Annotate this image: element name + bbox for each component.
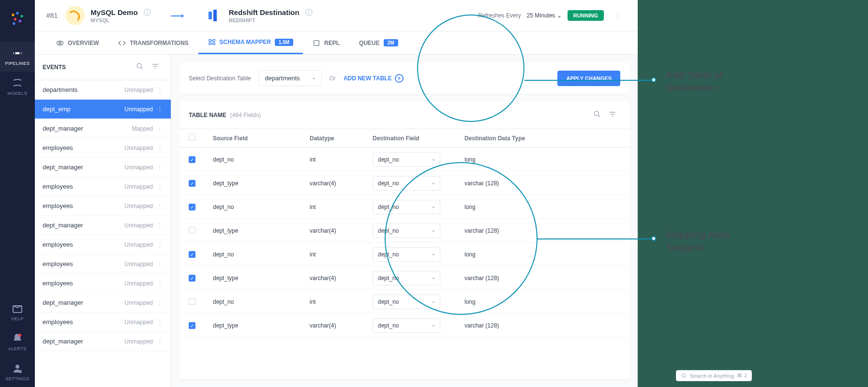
dest-title: Redshift Destination — [229, 8, 299, 16]
global-search[interactable]: Search in Anything ⌘ J — [676, 370, 752, 381]
dest-table-select[interactable]: departments — [259, 70, 322, 86]
destination-field-select[interactable]: dept_no — [373, 318, 440, 333]
row-checkbox[interactable]: ✓ — [189, 322, 195, 329]
event-status: Unmapped — [124, 106, 153, 113]
plus-icon: + — [395, 74, 404, 83]
source-field: dept_type — [213, 180, 310, 187]
svg-point-8 — [19, 52, 21, 54]
nav-settings[interactable]: SETTINGS — [0, 357, 35, 387]
row-checkbox[interactable]: ✓ — [189, 251, 195, 258]
svg-point-4 — [19, 20, 21, 22]
col-datatype: Datatype — [310, 135, 373, 142]
event-menu-icon[interactable]: ⋮ — [157, 338, 163, 345]
tab-label: QUEUE — [359, 40, 380, 46]
svg-rect-20 — [209, 43, 211, 45]
search-icon[interactable] — [589, 108, 605, 122]
filter-icon[interactable] — [605, 108, 620, 122]
event-item[interactable]: employeesUnmapped⋮ — [35, 138, 171, 158]
svg-point-1 — [16, 12, 18, 15]
table-row: ✓ dept_no int dept_no long — [179, 148, 630, 171]
mysql-logo — [65, 6, 85, 25]
event-name: departments — [43, 86, 124, 93]
event-menu-icon[interactable]: ⋮ — [157, 318, 163, 326]
row-checkbox[interactable] — [189, 227, 195, 234]
nav-help[interactable]: HELP — [0, 297, 35, 327]
tab-badge: 2M — [384, 39, 398, 46]
app-logo — [9, 10, 26, 27]
event-menu-icon[interactable]: ⋮ — [157, 222, 163, 229]
add-new-table-button[interactable]: ADD NEW TABLE + — [344, 74, 404, 83]
svg-rect-15 — [213, 10, 217, 21]
event-item[interactable]: dept_managerUnmapped⋮ — [35, 216, 171, 235]
dest-table-label: Select Destination Table — [189, 75, 251, 82]
tab-transformations[interactable]: TRANSFORMATIONS — [108, 31, 198, 54]
nav-label: HELP — [11, 316, 24, 321]
tab-replay[interactable]: REPL — [303, 31, 349, 54]
event-item[interactable]: dept_managerUnmapped⋮ — [35, 332, 171, 351]
event-menu-icon[interactable]: ⋮ — [157, 86, 163, 93]
event-status: Unmapped — [124, 241, 153, 248]
row-checkbox[interactable] — [189, 298, 195, 305]
event-menu-icon[interactable]: ⋮ — [157, 260, 163, 268]
field-count: (464 Fields) — [230, 112, 261, 119]
event-item[interactable]: departmentsUnmapped⋮ — [35, 80, 171, 100]
nav-label: SETTINGS — [5, 376, 29, 381]
nav-models[interactable]: MODELS — [0, 72, 35, 102]
status-badge: RUNNING — [568, 10, 604, 21]
svg-point-35 — [682, 373, 685, 377]
datatype: int — [310, 156, 373, 163]
event-menu-icon[interactable]: ⋮ — [157, 241, 163, 248]
search-icon[interactable] — [132, 60, 148, 74]
event-item[interactable]: employeesUnmapped⋮ — [35, 274, 171, 293]
event-item[interactable]: employeesUnmapped⋮ — [35, 313, 171, 332]
datatype: varchar(4) — [310, 180, 373, 187]
tab-queue[interactable]: QUEUE 2M — [349, 31, 408, 54]
event-item[interactable]: dept_managerUnmapped⋮ — [35, 293, 171, 313]
event-menu-icon[interactable]: ⋮ — [157, 183, 163, 190]
nav-pipelines[interactable]: PIPELINES — [0, 42, 35, 72]
tab-overview[interactable]: OVERVIEW — [46, 31, 108, 54]
row-checkbox[interactable]: ✓ — [189, 156, 195, 163]
refresh-dropdown[interactable]: 25 Minutes ⌄ — [527, 12, 562, 19]
dest-datatype: varchar (128) — [464, 322, 620, 329]
event-status: Unmapped — [124, 299, 153, 306]
event-status: Unmapped — [124, 164, 153, 171]
row-checkbox[interactable]: ✓ — [189, 204, 195, 210]
event-item[interactable]: employeesUnmapped⋮ — [35, 196, 171, 216]
annotation-ring-add-table — [417, 15, 524, 122]
event-menu-icon[interactable]: ⋮ — [157, 105, 163, 113]
select-all-checkbox[interactable] — [189, 134, 195, 141]
nav-alerts[interactable]: ALERTS — [0, 327, 35, 357]
filter-icon[interactable] — [148, 60, 163, 74]
event-item[interactable]: dept_empUnmapped⋮ — [35, 100, 171, 119]
more-menu[interactable]: ⋮ — [610, 8, 626, 23]
event-item[interactable]: employeesUnmapped⋮ — [35, 177, 171, 196]
datatype: varchar(4) — [310, 275, 373, 282]
event-menu-icon[interactable]: ⋮ — [157, 280, 163, 287]
svg-point-2 — [20, 15, 23, 17]
event-menu-icon[interactable]: ⋮ — [157, 202, 163, 209]
apply-changes-button[interactable]: APPLY CHANGES — [557, 71, 620, 86]
info-icon[interactable]: ⓘ — [144, 8, 151, 16]
datatype: int — [310, 251, 373, 258]
row-checkbox[interactable]: ✓ — [189, 180, 195, 187]
tab-schema-mapper[interactable]: SCHEMA MAPPER 1.5M — [198, 31, 303, 54]
event-item[interactable]: employeesUnmapped⋮ — [35, 235, 171, 254]
nav-label: MODELS — [7, 91, 27, 96]
event-menu-icon[interactable]: ⋮ — [157, 125, 163, 132]
event-status: Unmapped — [124, 261, 153, 268]
event-menu-icon[interactable]: ⋮ — [157, 144, 163, 151]
table-row: ✓ dept_type varchar(4) dept_no varchar (… — [179, 313, 630, 337]
event-menu-icon[interactable]: ⋮ — [157, 164, 163, 171]
main-panel: #81 MySQL Demo ⓘ MYSQL ⟶ Redshift Destin… — [35, 0, 638, 387]
col-source: Source Field — [213, 135, 310, 142]
svg-point-17 — [59, 42, 61, 44]
info-icon[interactable]: ⓘ — [305, 8, 313, 16]
event-item[interactable]: employeesUnmapped⋮ — [35, 254, 171, 274]
event-item[interactable]: dept_managerUnmapped⋮ — [35, 158, 171, 177]
event-menu-icon[interactable]: ⋮ — [157, 299, 163, 306]
event-item[interactable]: dept_managerMapped⋮ — [35, 119, 171, 138]
sidebar: PIPELINES MODELS HELP ALERTS SETTINGS — [0, 0, 35, 387]
row-checkbox[interactable]: ✓ — [189, 275, 195, 282]
destination-field-select[interactable]: dept_no — [373, 152, 440, 167]
